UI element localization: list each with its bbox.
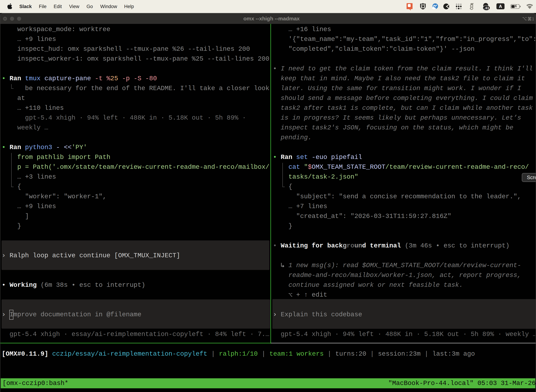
svg-text:1: 1 [532, 17, 534, 21]
svg-text:..61: ..61 [483, 6, 489, 10]
